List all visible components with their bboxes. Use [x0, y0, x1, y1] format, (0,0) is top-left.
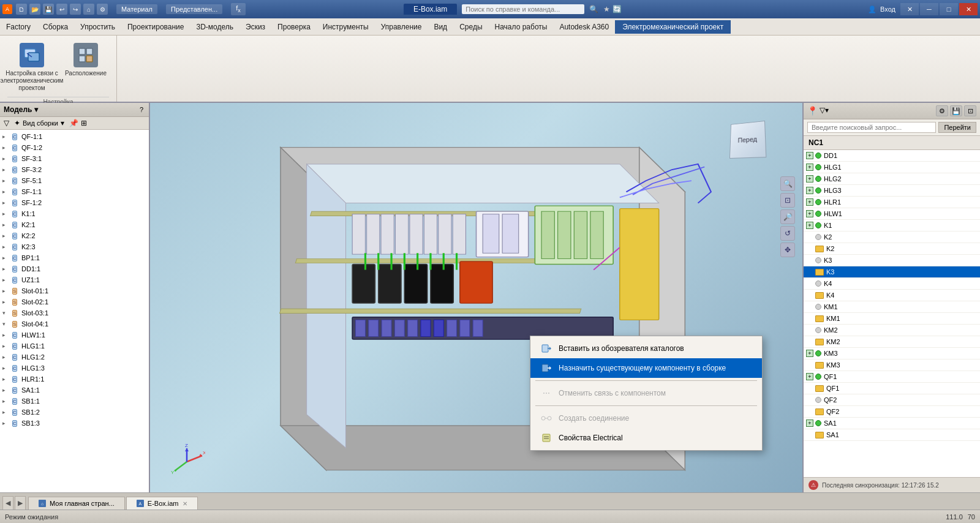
tree-item[interactable]: ▸CSA1:1: [0, 385, 149, 396]
tree-item[interactable]: ▸CHLG1:3: [0, 363, 149, 374]
view-dropdown[interactable]: Представлен...: [166, 4, 222, 14]
right-search-button[interactable]: Перейти: [938, 122, 976, 133]
right-tree-item[interactable]: +HLG2: [804, 173, 980, 185]
redo-button[interactable]: ↪: [70, 4, 81, 15]
tree-item[interactable]: ▸CHLR1:1: [0, 374, 149, 385]
tree-item[interactable]: ▸CBP1:1: [0, 252, 149, 263]
menu-tools[interactable]: Инструменты: [317, 18, 375, 35]
filter-dropdown-icon[interactable]: ▽▾: [820, 106, 829, 116]
tree-item[interactable]: ▾SSlot-03:1: [0, 307, 149, 318]
tree-item[interactable]: ▸CK2:1: [0, 219, 149, 230]
zoom-out-button[interactable]: 🔎: [780, 209, 795, 224]
tab-nav-left[interactable]: ◀: [2, 496, 13, 510]
right-search-input[interactable]: [807, 122, 936, 133]
right-tree-item[interactable]: +HLG3: [804, 185, 980, 197]
right-tree-item[interactable]: SA1: [804, 429, 980, 441]
tree-item[interactable]: ▸CSB1:2: [0, 407, 149, 418]
tree-item[interactable]: ▸CUZ1:1: [0, 274, 149, 285]
right-tree-item[interactable]: KM3: [804, 359, 980, 371]
save-button[interactable]: 💾: [43, 4, 54, 15]
filter-icon[interactable]: ▽: [4, 119, 9, 127]
right-tree-item[interactable]: +DD1: [804, 150, 980, 162]
right-tree-item[interactable]: +HLR1: [804, 197, 980, 208]
tab-close-button[interactable]: ✕: [183, 500, 187, 507]
menu-assembly[interactable]: Сборка: [37, 18, 74, 35]
menu-view[interactable]: Вид: [428, 18, 453, 35]
expand-plus-icon[interactable]: +: [806, 187, 813, 194]
right-tree-item[interactable]: +HLW1: [804, 208, 980, 220]
tree-item[interactable]: ▸CK2:3: [0, 241, 149, 252]
expand-plus-icon[interactable]: +: [806, 350, 813, 357]
tree-item[interactable]: ▸CSF-1:1: [0, 186, 149, 197]
close-button[interactable]: ✕: [959, 3, 978, 15]
zoom-in-button[interactable]: 🔍: [780, 176, 795, 191]
tab-ebox[interactable]: A E-Box.iam ✕: [126, 497, 198, 510]
tree-item[interactable]: ▸CDD1:1: [0, 263, 149, 274]
material-dropdown[interactable]: Материал: [116, 4, 157, 14]
menu-sketch[interactable]: Эскиз: [239, 18, 271, 35]
new-button[interactable]: 🗋: [16, 4, 27, 15]
rp-settings-icon[interactable]: ⚙: [936, 105, 948, 116]
expand-plus-icon[interactable]: +: [806, 373, 813, 380]
right-tree-item[interactable]: KM1: [804, 301, 980, 313]
pan-button[interactable]: ✥: [780, 243, 795, 257]
right-tree-item[interactable]: K2: [804, 231, 980, 243]
tree-item[interactable]: ▸SSlot-02:1: [0, 296, 149, 307]
panel-help-icon[interactable]: ?: [138, 105, 145, 114]
navigation-cube[interactable]: Перед: [723, 115, 772, 164]
nav-cube-face[interactable]: Перед: [729, 121, 766, 159]
formula-bar[interactable]: fx: [231, 3, 246, 15]
menu-factory[interactable]: Factory: [0, 18, 37, 35]
right-tree-item[interactable]: K3: [804, 255, 980, 266]
tree-item[interactable]: ▸CHLW1:1: [0, 329, 149, 341]
view-toggle-icon[interactable]: ✦: [14, 119, 20, 127]
help-search-input[interactable]: [462, 4, 584, 14]
right-tree-item[interactable]: +SA1: [804, 418, 980, 429]
tree-item[interactable]: ▸CQF-1:2: [0, 142, 149, 153]
ctx-electrical-properties[interactable]: Свойства Electrical: [530, 428, 762, 448]
minimize-button[interactable]: ─: [920, 3, 938, 15]
pin-icon[interactable]: 📌: [69, 119, 78, 127]
menu-a360[interactable]: Autodesk A360: [553, 18, 615, 35]
menu-manage[interactable]: Управление: [375, 18, 428, 35]
tree-item[interactable]: ▸CHLG1:1: [0, 341, 149, 352]
tree-item[interactable]: ▸CSF-1:2: [0, 197, 149, 208]
tree-item[interactable]: ▸CSF-3:2: [0, 164, 149, 175]
tree-item[interactable]: ▸CSF-3:1: [0, 153, 149, 164]
assembly-view-label[interactable]: Вид сборки: [23, 119, 58, 127]
layout-button[interactable]: Расположение: [62, 40, 109, 80]
sync-icon[interactable]: 🔄: [612, 5, 622, 13]
expand-plus-icon[interactable]: +: [806, 152, 813, 159]
menu-environments[interactable]: Среды: [453, 18, 488, 35]
location-icon[interactable]: 📍: [807, 106, 818, 116]
view-dropdown-arrow[interactable]: ▾: [61, 119, 64, 127]
return-button[interactable]: ⌂: [83, 4, 94, 15]
maximize-button[interactable]: □: [940, 3, 958, 15]
menu-getstarted[interactable]: Начало работы: [489, 18, 554, 35]
right-tree-item[interactable]: KM2: [804, 325, 980, 336]
right-tree-item[interactable]: QF1: [804, 383, 980, 394]
expand-plus-icon[interactable]: +: [806, 175, 813, 182]
orbit-button[interactable]: ↺: [780, 226, 795, 241]
right-tree-item[interactable]: K4: [804, 290, 980, 301]
rp-refresh-icon[interactable]: ⊡: [964, 105, 976, 116]
right-tree-item[interactable]: K2: [804, 243, 980, 255]
expand-plus-icon[interactable]: +: [806, 420, 813, 427]
tree-item[interactable]: ▸CSB1:1: [0, 396, 149, 407]
tab-home[interactable]: ⌂ Моя главная стран...: [28, 497, 125, 510]
zoom-window-button[interactable]: ⊡: [780, 193, 795, 208]
right-tree-item[interactable]: QF2: [804, 394, 980, 406]
tree-item[interactable]: ▸CSB1:3: [0, 418, 149, 429]
tree-item[interactable]: ▸CK2:2: [0, 230, 149, 241]
right-tree-item[interactable]: QF2: [804, 406, 980, 418]
ctx-insert-catalog[interactable]: Вставить из обозревателя каталогов: [530, 339, 762, 358]
bookmark-icon[interactable]: ★: [603, 5, 610, 13]
menu-check[interactable]: Проверка: [271, 18, 317, 35]
expand-plus-icon[interactable]: +: [806, 164, 813, 171]
menu-3dmodel[interactable]: 3D-модель: [190, 18, 239, 35]
right-tree-item[interactable]: +KM3: [804, 348, 980, 359]
right-tree-item[interactable]: KM2: [804, 336, 980, 348]
expand-plus-icon[interactable]: +: [806, 210, 813, 217]
ctx-assign-component[interactable]: Назначить существующему компоненту в сбо…: [530, 358, 762, 378]
close-help-button[interactable]: ✕: [900, 3, 919, 15]
